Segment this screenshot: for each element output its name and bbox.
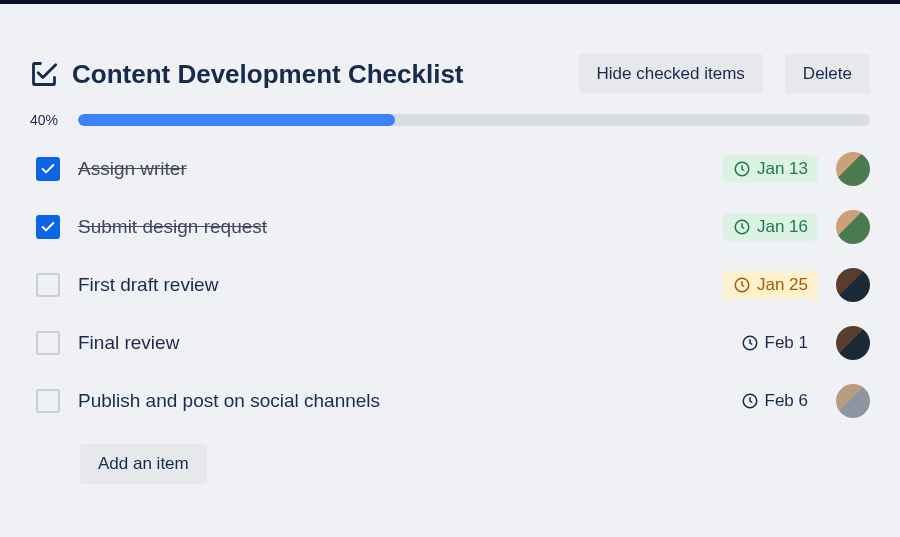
due-date-badge[interactable]: Jan 16 [723, 213, 818, 241]
checklist-item: Submit design request Jan 16 [30, 210, 870, 244]
add-item-row: Add an item [80, 444, 870, 484]
checkbox[interactable] [36, 273, 60, 297]
assignee-avatar[interactable] [836, 152, 870, 186]
due-date-badge[interactable]: Jan 13 [723, 155, 818, 183]
progress-percent: 40% [30, 112, 68, 128]
item-label[interactable]: First draft review [78, 274, 705, 296]
due-date-badge[interactable]: Feb 6 [731, 387, 818, 415]
checkmark-icon [40, 161, 56, 177]
progress-fill [78, 114, 395, 126]
due-date-text: Jan 16 [757, 217, 808, 237]
checkmark-icon [40, 219, 56, 235]
add-item-button[interactable]: Add an item [80, 444, 207, 484]
due-date-text: Jan 25 [757, 275, 808, 295]
clock-icon [741, 334, 759, 352]
checklist-card: Content Development Checklist Hide check… [0, 0, 900, 537]
checklist-header: Content Development Checklist Hide check… [30, 54, 870, 94]
assignee-avatar[interactable] [836, 384, 870, 418]
item-label[interactable]: Assign writer [78, 158, 705, 180]
checkbox[interactable] [36, 215, 60, 239]
checklist-title: Content Development Checklist [72, 59, 565, 90]
checklist-items: Assign writer Jan 13 Submit design reque… [30, 152, 870, 418]
clock-icon [741, 392, 759, 410]
item-label[interactable]: Publish and post on social channels [78, 390, 713, 412]
checkbox[interactable] [36, 331, 60, 355]
due-date-text: Feb 1 [765, 333, 808, 353]
checkbox[interactable] [36, 389, 60, 413]
item-label[interactable]: Final review [78, 332, 713, 354]
clock-icon [733, 276, 751, 294]
due-date-text: Jan 13 [757, 159, 808, 179]
assignee-avatar[interactable] [836, 268, 870, 302]
checklist-item: Assign writer Jan 13 [30, 152, 870, 186]
progress-track [78, 114, 870, 126]
checkbox[interactable] [36, 157, 60, 181]
due-date-text: Feb 6 [765, 391, 808, 411]
checklist-item: First draft review Jan 25 [30, 268, 870, 302]
clock-icon [733, 218, 751, 236]
progress-row: 40% [30, 112, 870, 128]
delete-button[interactable]: Delete [785, 54, 870, 94]
due-date-badge[interactable]: Feb 1 [731, 329, 818, 357]
hide-checked-button[interactable]: Hide checked items [579, 54, 763, 94]
checklist-icon [30, 60, 58, 88]
assignee-avatar[interactable] [836, 210, 870, 244]
assignee-avatar[interactable] [836, 326, 870, 360]
checklist-item: Publish and post on social channels Feb … [30, 384, 870, 418]
checklist-item: Final review Feb 1 [30, 326, 870, 360]
clock-icon [733, 160, 751, 178]
due-date-badge[interactable]: Jan 25 [723, 271, 818, 299]
item-label[interactable]: Submit design request [78, 216, 705, 238]
